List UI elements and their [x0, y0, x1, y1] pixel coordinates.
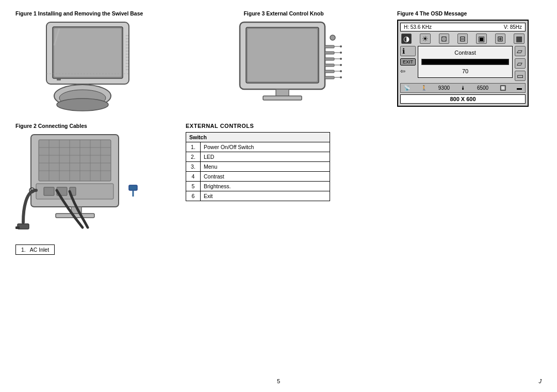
- table-row: 5Brightness.: [186, 182, 330, 191]
- ac-inlet-label: 1. AC Inlet: [15, 244, 55, 255]
- figure-3-block: Figure 3 External Control Knob: [206, 10, 361, 118]
- osd-icon-r1: ▱: [515, 46, 526, 56]
- svg-point-7: [57, 99, 108, 111]
- figure-2-title: Figure 2 Connecting Cables: [15, 123, 175, 129]
- external-controls-section: EXTERNAL CONTROLS Switch 1.Power On/Off …: [186, 123, 330, 255]
- osd-exit-button: EXIT: [400, 58, 416, 66]
- svg-point-31: [340, 52, 342, 54]
- svg-point-33: [340, 64, 342, 66]
- table-cell-num: 3.: [186, 162, 201, 172]
- svg-point-32: [340, 58, 342, 60]
- table-row: 6Exit: [186, 191, 330, 201]
- osd-icon-pos-v: ⊟: [457, 34, 468, 44]
- figure-2-section: Figure 2 Connecting Cables: [15, 123, 175, 255]
- ac-inlet-text: AC Inlet: [30, 247, 49, 253]
- table-cell-num: 2.: [186, 152, 201, 162]
- table-header: Switch: [186, 133, 330, 142]
- svg-rect-2: [54, 28, 121, 77]
- svg-rect-14: [248, 29, 317, 81]
- osd-color-left: 9300: [438, 85, 450, 91]
- osd-antenna-icon: 📡: [404, 85, 410, 91]
- osd-display: H: 53.6 KHz V: 85Hz ◑ ☀ ⊡ ⊟ ▣ ⊞ ▦: [397, 20, 529, 107]
- svg-rect-37: [39, 140, 111, 181]
- table-row: 2.LED: [186, 152, 330, 162]
- osd-right-icons: ▱ ▱ ▭: [515, 46, 526, 81]
- svg-point-35: [340, 76, 342, 78]
- table-row: 4Contrast: [186, 172, 330, 182]
- osd-icon-r3: ▭: [515, 71, 526, 81]
- osd-middle: ℹ EXIT ⇦ Contrast 70 ▱ ▱ ▭: [400, 46, 526, 81]
- osd-center-panel: Contrast 70: [418, 46, 513, 78]
- figure-4-title: Figure 4 The OSD Message: [397, 10, 467, 17]
- table-cell-label: Power On/Off Switch: [201, 142, 330, 152]
- osd-icon-bl: ▬: [517, 85, 522, 91]
- svg-rect-19: [325, 58, 334, 60]
- svg-rect-17: [325, 45, 334, 48]
- page-number: 5: [277, 378, 280, 384]
- svg-rect-58: [129, 185, 137, 190]
- figure-4-block: Figure 4 The OSD Message H: 53.6 KHz V: …: [397, 10, 542, 107]
- figure-3-title: Figure 3 External Control Knob: [243, 10, 323, 17]
- svg-rect-20: [325, 64, 334, 67]
- table-cell-num: 5: [186, 182, 201, 191]
- svg-rect-16: [263, 96, 302, 100]
- svg-rect-18: [325, 52, 334, 54]
- table-cell-label: Exit: [201, 191, 330, 201]
- svg-point-34: [340, 70, 342, 72]
- table-row: 1.Power On/Off Switch: [186, 142, 330, 152]
- osd-icon-pincushion: ▦: [514, 34, 525, 44]
- osd-icon-br: 🔲: [500, 85, 506, 91]
- osd-v-freq: V: 85Hz: [504, 24, 522, 30]
- figure-1-title: Figure 1 Installing and Removing the Swi…: [15, 10, 143, 17]
- svg-rect-57: [15, 226, 20, 229]
- table-cell-label: LED: [201, 152, 330, 162]
- osd-icon-pos-h: ⊡: [439, 34, 449, 44]
- osd-progress-bar: [421, 59, 509, 65]
- table-cell-label: Menu: [201, 162, 330, 172]
- external-controls-title: EXTERNAL CONTROLS: [186, 123, 330, 129]
- svg-rect-49: [44, 187, 54, 195]
- figure-2-image: 1: [15, 132, 150, 240]
- table-cell-label: Contrast: [201, 172, 330, 182]
- osd-contrast-label: Contrast: [454, 50, 476, 56]
- external-controls-table: Switch 1.Power On/Off Switch2.LED3.Menu4…: [186, 132, 330, 201]
- osd-color-right: 6500: [477, 85, 488, 91]
- table-cell-num: 4: [186, 172, 201, 182]
- osd-contrast-value: 70: [462, 68, 468, 74]
- osd-h-freq: H: 53.6 KHz: [404, 24, 432, 30]
- table-cell-label: Brightness.: [201, 182, 330, 191]
- ac-inlet-num: 1.: [21, 247, 26, 253]
- osd-temp-icon: 🌡: [461, 85, 466, 91]
- figure-1-image: [15, 20, 160, 118]
- osd-icon-contrast: ◑: [401, 34, 412, 44]
- osd-icon-size-v: ⊞: [495, 34, 505, 44]
- figure-3-image: [224, 20, 343, 118]
- osd-icon-brightness: ☀: [420, 34, 431, 44]
- table-cell-num: 1.: [186, 142, 201, 152]
- svg-point-30: [340, 45, 342, 47]
- osd-icons-row: ◑ ☀ ⊡ ⊟ ▣ ⊞ ▦: [400, 34, 526, 44]
- svg-point-23: [330, 35, 335, 40]
- svg-rect-9: [57, 78, 61, 80]
- osd-arrow-icon: ⇦: [400, 68, 416, 75]
- page-letter: J: [539, 378, 542, 384]
- table-row: 3.Menu: [186, 162, 330, 172]
- osd-icon-size-h: ▣: [476, 34, 487, 44]
- table-cell-num: 6: [186, 191, 201, 201]
- svg-rect-22: [325, 76, 334, 79]
- osd-resolution: 800 X 600: [400, 94, 526, 104]
- osd-icon-r2: ▱: [515, 58, 526, 69]
- osd-header: H: 53.6 KHz V: 85Hz: [400, 23, 526, 31]
- osd-info-icon: ℹ: [400, 46, 416, 56]
- figure-1-block: Figure 1 Installing and Removing the Swi…: [15, 10, 170, 118]
- osd-left-icons: ℹ EXIT ⇦: [400, 46, 416, 75]
- osd-person-icon: 🚶: [421, 85, 427, 91]
- osd-bottom-row: 📡 🚶 9300 🌡 6500 🔲 ▬: [400, 83, 526, 93]
- svg-rect-21: [325, 70, 334, 73]
